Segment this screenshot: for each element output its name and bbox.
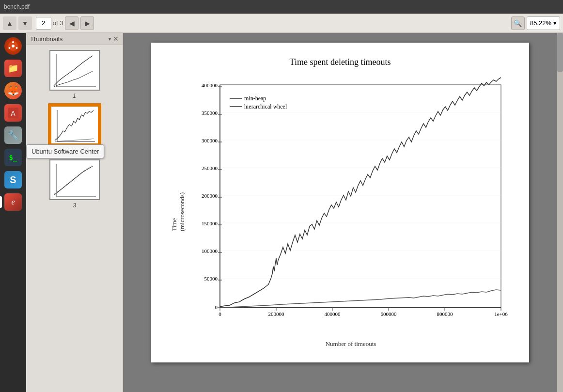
chart-title: Time spent deleting timeouts [171,57,510,67]
svg-point-1 [12,45,15,47]
chart-svg-wrap: 400000 350000 300000 250000 200000 15000… [191,75,511,338]
prev-page-button[interactable]: ◀ [65,16,78,30]
window-title: bench.pdf [4,3,30,10]
thumbnails-panel: Thumbnails ▾ ✕ 1 [26,33,123,392]
zoom-control[interactable]: 85.22% ▾ [527,16,560,30]
main-area: 📁 🦊 A 🔧 $_ S e Ubuntu Software Ce [0,33,563,392]
svg-rect-16 [220,85,501,308]
svg-text:0: 0 [215,304,218,310]
svg-point-3 [16,47,18,49]
thumbnails-list: 1 [26,45,123,392]
svg-text:100000: 100000 [202,248,218,254]
svg-text:200000: 200000 [268,311,285,317]
down-button[interactable]: ▼ [18,16,32,30]
page-navigation: of 3 [36,17,63,30]
thumbnails-dropdown[interactable]: ▾ [109,36,111,42]
thumbnail-3-number: 3 [73,202,76,209]
toolbar: ▲ ▼ of 3 ◀ ▶ 🔍 85.22% ▾ [0,14,563,33]
dock-tooltip: Ubuntu Software Center [26,144,104,158]
svg-text:400000: 400000 [202,82,218,88]
dock-item-files[interactable]: 📁 [3,58,23,78]
svg-text:300000: 300000 [202,138,218,143]
right-scrollbar[interactable] [557,33,563,392]
dock-item-preferences[interactable]: 🔧 [3,125,23,145]
title-bar: bench.pdf [0,0,563,14]
up-button[interactable]: ▲ [3,16,16,30]
thumbnails-close[interactable]: ✕ [113,35,119,43]
svg-text:350000: 350000 [202,110,218,116]
svg-text:800000: 800000 [437,311,454,317]
scroll-thumb[interactable] [557,33,563,72]
svg-point-2 [12,41,14,43]
dock-item-ubuntu[interactable] [3,36,23,56]
chart-area: 400000 350000 300000 250000 200000 15000… [191,75,511,348]
thumbnails-label: Thumbnails [30,35,107,43]
ubuntu-icon [4,37,22,55]
svg-text:150000: 150000 [202,220,218,226]
svg-text:250000: 250000 [202,165,218,171]
total-pages: of 3 [53,19,63,27]
pdf-content-area: Time spent deleting timeouts Time(micros… [123,33,557,392]
y-axis-label: Time(microseconds) [171,75,186,348]
thumbnail-3[interactable]: 3 [33,159,116,209]
thumbnail-1-number: 1 [73,93,76,99]
chart-svg: 400000 350000 300000 250000 200000 15000… [191,75,511,337]
zoom-value: 85.22% [530,19,551,27]
current-page-input[interactable] [36,17,51,30]
thumbnail-1[interactable]: 1 [33,50,116,99]
svg-point-4 [9,47,11,49]
svg-rect-7 [51,52,98,89]
dock-item-firefox[interactable]: 🦊 [3,80,23,101]
dock-item-pdf-viewer[interactable]: e [3,192,23,212]
svg-text:200000: 200000 [202,193,218,199]
thumbnails-header: Thumbnails ▾ ✕ [26,33,123,45]
svg-text:min-heap: min-heap [244,95,266,102]
dock: 📁 🦊 A 🔧 $_ S e Ubuntu Software Ce [0,33,26,392]
chart-container: Time(microseconds) [171,75,510,348]
zoom-dropdown-arrow: ▾ [553,19,557,27]
dock-item-slides[interactable]: S [3,170,23,190]
svg-rect-10 [52,108,97,142]
svg-text:600000: 600000 [381,311,397,317]
svg-text:1e+06: 1e+06 [494,311,508,317]
next-page-button[interactable]: ▶ [80,16,94,30]
dock-item-software-center[interactable]: A [3,103,23,123]
tooltip-text: Ubuntu Software Center [31,148,99,155]
pdf-page: Time spent deleting timeouts Time(micros… [151,43,529,362]
search-button[interactable]: 🔍 [511,16,525,30]
svg-text:400000: 400000 [325,311,341,317]
svg-text:A: A [11,110,16,117]
x-axis-label: Number of timeouts [191,340,511,348]
svg-text:hierarchical wheel: hierarchical wheel [244,103,287,110]
svg-text:50000: 50000 [204,276,218,282]
dock-item-terminal[interactable]: $_ [3,147,23,168]
svg-text:0: 0 [219,311,221,317]
